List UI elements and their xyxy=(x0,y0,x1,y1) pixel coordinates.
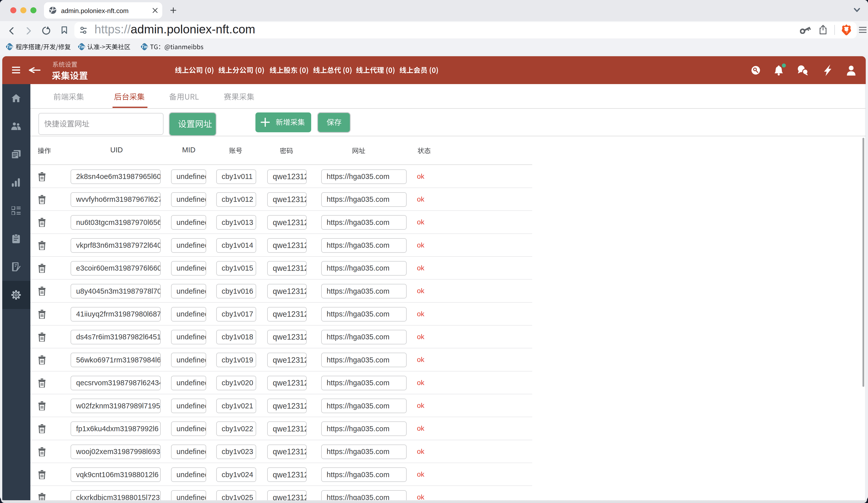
svg-text:Tm: Tm xyxy=(6,44,13,49)
svg-text:Tm: Tm xyxy=(79,44,85,49)
svg-text:Tm: Tm xyxy=(141,44,148,49)
